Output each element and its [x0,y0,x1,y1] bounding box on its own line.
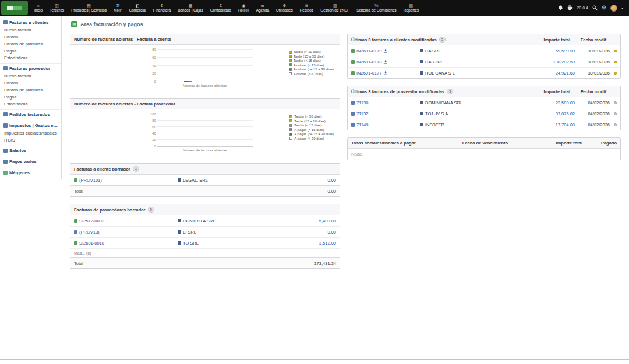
legend-item: Tardío (< 15 días) [289,59,334,62]
top-menu-productos-servicios[interactable]: ▤Productos | Servicios [68,0,110,16]
sidebar-title-salarios[interactable]: Salarios [3,148,58,153]
column-header-amount: Importe total [531,140,582,146]
sidebar-item-nueva-factura[interactable]: Nueva factura [3,26,58,33]
company-link[interactable]: CONTRO A SRL [178,218,319,224]
invoice-ref-link[interactable]: 71149 [351,122,420,128]
top-menu-terceros[interactable]: ◫Terceros [46,0,68,16]
legend-item: Tarde (15 a 30 días) [289,119,334,123]
download-icon[interactable] [383,49,387,53]
top-menu-utilidades[interactable]: ⚙Utilidades [273,0,296,16]
sidebar-section-margenes: Márgenes [0,168,61,179]
top-menu-recibos[interactable]: ≣Recibos [296,0,317,16]
sidebar-section-impuestos: Impuestos | Gastos especi... Impuestos s… [0,121,61,146]
top-menu-contabilidad[interactable]: ΣContabilidad [207,0,235,16]
top-menu-comercial[interactable]: ◧Comercial [126,0,150,16]
salaries-section-icon [3,149,8,153]
top-menu-gestion-encf[interactable]: ▥Gestión de eNCF [317,0,353,16]
legend-item: A cobrar (< 15 días) [289,63,334,67]
company-link[interactable]: TO1 JY S.A. [420,111,524,116]
sidebar-title-pedidos-facturados[interactable]: Pedidos facturados [3,112,58,117]
sidebar-item-pagos[interactable]: Pagos [3,47,58,54]
user-avatar[interactable] [610,5,617,12]
status-dot [614,72,617,75]
company-icon [420,112,423,115]
show-more-link[interactable]: Más... (6) [70,248,340,257]
company-link[interactable]: CA SRL [420,48,524,54]
invoice-ref-link[interactable]: (PROV13) [74,229,178,235]
column-header-due-date: Fecha de vencimiento [441,140,529,146]
print-icon[interactable] [567,5,573,10]
content-area: Facturas a clientes Nueva factura Listad… [0,16,629,359]
company-link[interactable]: LEGAL, SRL [178,178,327,183]
company-link[interactable]: DOMINICANA SRL [420,100,524,105]
invoice-ref-link[interactable]: SI2512-0002 [74,218,178,224]
download-icon[interactable] [383,71,387,75]
company-link[interactable]: INFOTEP [420,122,524,128]
invoice-ref-link[interactable]: 71130 [351,100,420,105]
top-menu-reportes[interactable]: ▧Reportes [400,0,422,16]
sidebar-section-facturas-clientes: Facturas a clientes Nueva factura Listad… [0,18,61,64]
top-menu-rrhh[interactable]: ◉RRHH [235,0,253,16]
status-dot [614,112,617,115]
sidebar-title-label: Facturas proveedor [9,66,50,71]
invoice-ref-link[interactable]: IN2601-0178 [351,59,420,65]
sidebar-item-listado-plantillas[interactable]: Listado de plantillas [3,40,58,47]
sidebar-item-impuestos-sociales[interactable]: Impuestos sociales/fiscales [3,129,58,136]
sidebar-item-estadisticas[interactable]: Estadísticas [3,54,58,61]
top-menu-bancos-cajas[interactable]: ▦Bancos | Cajas [174,0,207,16]
sidebar-title-pagos-varios[interactable]: Pagos varios [3,159,58,164]
modified-date: 04/02/2026 [575,100,610,105]
sidebar-title-facturas-clientes[interactable]: Facturas a clientes [3,20,58,25]
settings-gear-icon[interactable]: ⚙ [602,5,606,10]
legend-swatch [289,137,292,140]
sidebar-item-listado-prov[interactable]: Listado [3,79,58,86]
amount-value: 24,921.60 [524,70,575,76]
chart-plot: 020406080 [157,50,253,82]
top-menu-mrp[interactable]: ⚒MRP [110,0,125,16]
box-open-invoices-client-chart: Número de facturas abiertas - Factura a … [70,34,340,91]
sidebar-item-nueva-factura-prov[interactable]: Nueva factura [3,72,58,79]
invoice-ref-link[interactable]: (PROV101) [74,178,178,183]
sidebar-item-pagos-prov[interactable]: Pagos [3,93,58,100]
sidebar-title-facturas-proveedor[interactable]: Facturas proveedor [3,66,58,71]
user-menu-caret-icon[interactable]: ▾ [621,6,623,10]
company-icon [420,101,423,104]
invoice-ref-link[interactable]: IN2601-0179 [351,48,420,54]
invoice-ref-link[interactable]: 71132 [351,111,420,116]
invoice-ref-link[interactable]: IN2601-0177 [351,70,420,76]
sidebar-item-listado[interactable]: Listado [3,33,58,40]
company-link[interactable]: CAS JRL [420,59,524,65]
supplier-invoice-section-icon [3,66,8,70]
amount-value: 17,704.00 [524,122,575,128]
box-header: Últimas 3 facturas a clientes modificada… [348,34,620,45]
company-link[interactable]: LI SRL [178,229,327,235]
margins-section-icon [3,171,8,175]
download-icon[interactable] [383,60,387,64]
invoice-ref-link[interactable]: SI2601-0018 [74,241,178,246]
box-header: Últimas 3 facturas de proveedor modifica… [348,86,620,97]
company-link[interactable]: TO SRL [178,241,319,246]
bell-icon[interactable] [558,5,563,10]
table-row: IN2601-0177 HOL CANA S L 24,921.60 30/01… [348,67,620,78]
box-header: Número de facturas abiertas - Factura pr… [70,99,340,109]
sidebar-title-label: Facturas a clientes [9,20,49,25]
legend-swatch [289,68,292,71]
top-menu-agenda[interactable]: ▭Agenda [253,0,273,16]
top-menu-financiera[interactable]: €Financiera [150,0,174,16]
company-link[interactable]: HOL CANA S L [420,70,524,76]
count-badge: 9 [148,207,154,213]
sidebar-item-itbis[interactable]: ITBIS [3,136,58,143]
sidebar-item-estadisticas-prov[interactable]: Estadísticas [3,100,58,107]
sidebar-title-impuestos[interactable]: Impuestos | Gastos especi... [3,123,58,128]
top-menu-inicio[interactable]: ⌂Inicio [30,0,46,16]
search-icon[interactable] [592,5,598,10]
legend-swatch [289,51,292,54]
box-title: Facturas de proveedores borrador [74,207,146,213]
app-logo[interactable] [1,1,28,15]
sidebar-title-margenes[interactable]: Márgenes [3,170,58,175]
total-label: Total [74,189,83,194]
sidebar-item-listado-plantillas-prov[interactable]: Listado de plantillas [3,86,58,93]
receipts-icon: ≣ [305,3,308,8]
top-menu-sistema-comisiones[interactable]: %Sistema de Comisiones [353,0,400,16]
chart-bar [202,146,205,146]
